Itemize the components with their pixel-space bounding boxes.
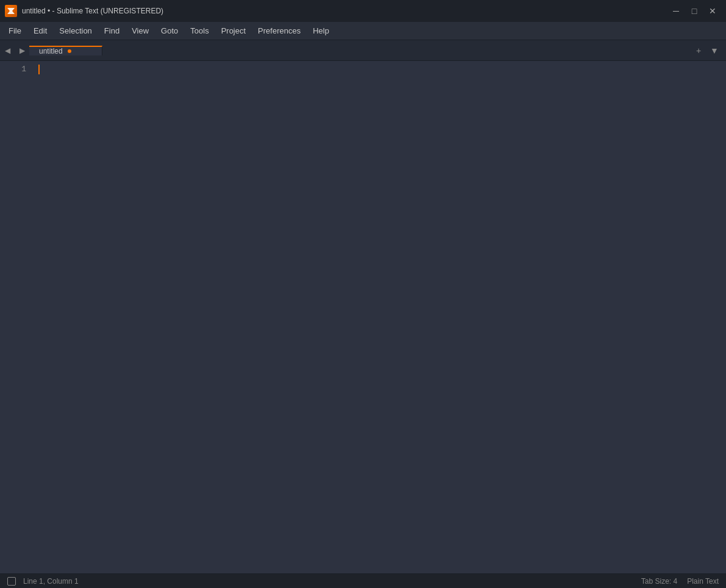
syntax-indicator[interactable]: Plain Text bbox=[687, 577, 719, 586]
menu-bar: File Edit Selection Find View Goto Tools… bbox=[0, 22, 726, 40]
minimize-button[interactable]: ─ bbox=[667, 2, 685, 19]
cursor-line bbox=[38, 63, 721, 76]
menu-find[interactable]: Find bbox=[98, 24, 126, 38]
tab-label: untitled bbox=[39, 47, 63, 55]
cursor-position[interactable]: Line 1, Column 1 bbox=[23, 577, 79, 586]
tab-modified-dot bbox=[68, 49, 71, 53]
maximize-button[interactable]: □ bbox=[686, 2, 703, 19]
menu-edit[interactable]: Edit bbox=[27, 24, 53, 38]
line-number-1: 1 bbox=[21, 63, 26, 76]
title-bar-left: untitled • - Sublime Text (UNREGISTERED) bbox=[5, 5, 163, 17]
editor-area: 1 bbox=[0, 61, 726, 573]
tab-nav-right-button[interactable]: ▶ bbox=[15, 40, 29, 61]
close-button[interactable]: ✕ bbox=[704, 2, 721, 19]
tab-size-indicator[interactable]: Tab Size: 4 bbox=[641, 577, 677, 586]
tab-bar-left: ◀ ▶ untitled bbox=[0, 40, 102, 60]
menu-goto[interactable]: Goto bbox=[155, 24, 184, 38]
status-bar-right: Tab Size: 4 Plain Text bbox=[641, 577, 719, 586]
menu-file[interactable]: File bbox=[2, 24, 27, 38]
menu-project[interactable]: Project bbox=[215, 24, 252, 38]
status-bar: Line 1, Column 1 Tab Size: 4 Plain Text bbox=[0, 573, 726, 588]
window-controls: ─ □ ✕ bbox=[667, 2, 721, 19]
menu-help[interactable]: Help bbox=[307, 24, 335, 38]
menu-tools[interactable]: Tools bbox=[184, 24, 215, 38]
title-bar: untitled • - Sublime Text (UNREGISTERED)… bbox=[0, 0, 726, 22]
app-icon bbox=[5, 5, 17, 17]
status-icon bbox=[7, 577, 16, 586]
menu-selection[interactable]: Selection bbox=[53, 24, 98, 38]
menu-preferences[interactable]: Preferences bbox=[252, 24, 307, 38]
window-title: untitled • - Sublime Text (UNREGISTERED) bbox=[22, 7, 163, 15]
status-bar-left: Line 1, Column 1 bbox=[7, 577, 79, 586]
tab-dropdown-button[interactable]: ▼ bbox=[708, 44, 721, 57]
tab-bar-right: + ▼ bbox=[692, 40, 726, 60]
tab-untitled[interactable]: untitled bbox=[29, 46, 102, 55]
editor-content[interactable] bbox=[34, 61, 726, 573]
text-cursor bbox=[38, 65, 40, 74]
menu-view[interactable]: View bbox=[126, 24, 155, 38]
tab-bar: ◀ ▶ untitled + ▼ bbox=[0, 40, 726, 61]
tab-nav-left-button[interactable]: ◀ bbox=[0, 40, 15, 61]
line-numbers: 1 bbox=[0, 61, 34, 573]
add-tab-button[interactable]: + bbox=[692, 44, 705, 57]
